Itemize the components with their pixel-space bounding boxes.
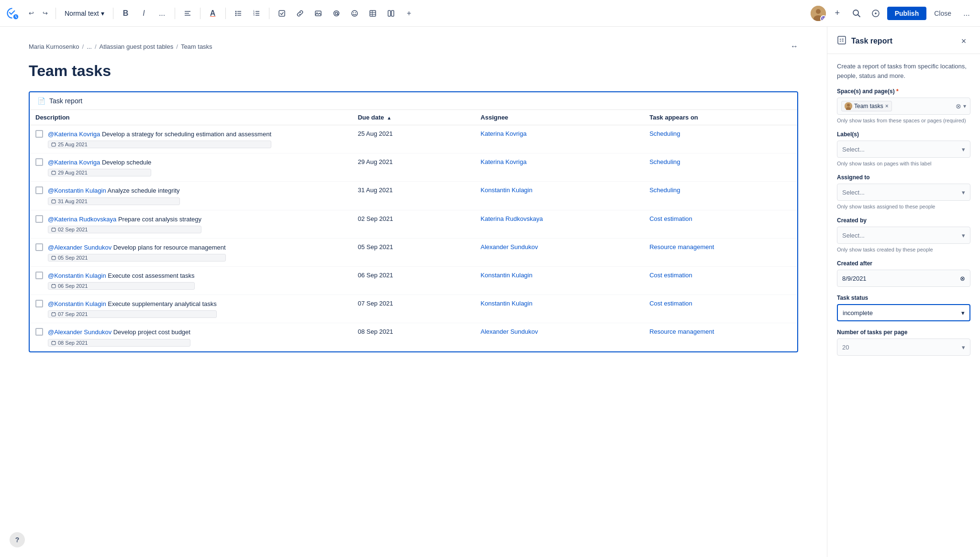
- appears-link[interactable]: Cost estimation: [649, 300, 692, 307]
- text-style-dropdown[interactable]: Normal text ▾: [61, 8, 108, 19]
- breadcrumb: Maria Kurnosenko / ... / Atlassian guest…: [29, 42, 798, 51]
- user-mention[interactable]: @Konstantin Kulagin: [48, 300, 106, 307]
- emoji-button[interactable]: [347, 6, 362, 21]
- breadcrumb-author[interactable]: Maria Kurnosenko: [29, 43, 79, 50]
- add-collaborator-button[interactable]: +: [830, 6, 845, 21]
- assignee-link[interactable]: Katerina Kovriga: [480, 130, 526, 137]
- svg-rect-38: [52, 143, 56, 146]
- close-editor-button[interactable]: Close: [930, 7, 955, 20]
- table-row: @Konstantin Kulagin Analyze schedule int…: [30, 182, 797, 210]
- assignee-link[interactable]: Konstantin Kulagin: [480, 272, 532, 279]
- task-checkbox[interactable]: [35, 158, 43, 166]
- task-description-cell: @Katerina Kovriga Develop a strategy for…: [30, 125, 352, 153]
- bullet-list-button[interactable]: [231, 6, 246, 21]
- user-mention[interactable]: @Alexander Sundukov: [48, 244, 111, 251]
- user-mention[interactable]: @Katerina Kovriga: [48, 131, 100, 138]
- col-header-duedate[interactable]: Due date ▲: [352, 110, 475, 125]
- tag-avatar: [845, 102, 852, 110]
- task-status-label: Task status: [837, 295, 970, 301]
- tag-clear-button[interactable]: ⊗: [956, 102, 961, 110]
- undo-button[interactable]: ↩: [26, 8, 37, 19]
- task-checkbox[interactable]: [35, 272, 43, 279]
- assignee-link[interactable]: Alexander Sundukov: [480, 328, 538, 335]
- expand-icon[interactable]: ↔: [791, 42, 798, 51]
- spaces-pages-input[interactable]: Team tasks × ⊗ ▾: [837, 98, 970, 115]
- redo-button[interactable]: ↪: [40, 8, 51, 19]
- desc-cell: @Alexander Sundukov Develop plans for re…: [35, 243, 346, 262]
- breadcrumb-parent[interactable]: Atlassian guest post tables: [100, 43, 174, 50]
- task-checkbox[interactable]: [35, 130, 43, 138]
- tag-chevron[interactable]: ▾: [963, 103, 966, 109]
- bold-button[interactable]: B: [118, 6, 134, 21]
- link-button[interactable]: [292, 6, 308, 21]
- appears-link[interactable]: Scheduling: [649, 130, 680, 137]
- user-mention[interactable]: @Alexander Sundukov: [48, 328, 111, 336]
- tasks-per-page-select[interactable]: 20 ▾: [837, 339, 970, 356]
- task-checkbox[interactable]: [35, 186, 43, 194]
- breadcrumb-current[interactable]: Team tasks: [181, 43, 212, 50]
- assignee-link[interactable]: Konstantin Kulagin: [480, 300, 532, 307]
- publish-button[interactable]: Publish: [887, 7, 927, 20]
- help-button[interactable]: ?: [10, 532, 25, 547]
- table-button[interactable]: [365, 6, 380, 21]
- layout-button[interactable]: [383, 6, 399, 21]
- toolbar: ↩ ↪ Normal text ▾ B I ... A 1.2.3.: [0, 0, 980, 27]
- created-by-select[interactable]: Select... ▾: [837, 227, 970, 244]
- task-status-select[interactable]: incomplete ▾: [837, 304, 970, 321]
- task-checkbox[interactable]: [35, 300, 43, 307]
- desc-content: @Alexander Sundukov Develop plans for re…: [48, 243, 226, 262]
- user-mention[interactable]: @Katerina Kovriga: [48, 159, 100, 166]
- text-style-label: Normal text: [65, 10, 99, 17]
- tag-remove-button[interactable]: ×: [885, 103, 889, 109]
- appears-link[interactable]: Resource management: [649, 243, 714, 251]
- task-checkbox[interactable]: [35, 243, 43, 251]
- task-list-button[interactable]: [274, 6, 290, 21]
- spaces-pages-label: Space(s) and page(s): [837, 88, 970, 95]
- search-button[interactable]: [849, 6, 864, 21]
- assigned-to-select[interactable]: Select... ▾: [837, 184, 970, 201]
- appears-link[interactable]: Scheduling: [649, 158, 680, 165]
- more-formatting-button[interactable]: ...: [155, 6, 170, 21]
- assignee-link[interactable]: Konstantin Kulagin: [480, 186, 532, 194]
- created-after-input[interactable]: 8/9/2021 ⊗: [837, 270, 970, 287]
- appears-link[interactable]: Resource management: [649, 328, 714, 335]
- task-report-title: Task report: [49, 97, 82, 105]
- labels-select[interactable]: Select... ▾: [837, 141, 970, 158]
- appears-link[interactable]: Cost estimation: [649, 272, 692, 279]
- insert-more-button[interactable]: +: [401, 6, 417, 21]
- date-clear-button[interactable]: ⊗: [960, 275, 965, 282]
- breadcrumb-sep-3: /: [176, 43, 178, 50]
- appears-link[interactable]: Cost estimation: [649, 215, 692, 222]
- avatar[interactable]: M: [811, 6, 826, 21]
- align-button[interactable]: [180, 6, 195, 21]
- task-checkbox[interactable]: [35, 328, 43, 336]
- desc-text: @Konstantin Kulagin Analyze schedule int…: [48, 186, 180, 195]
- text-color-button[interactable]: A: [205, 6, 221, 21]
- ordered-list-button[interactable]: 1.2.3.: [249, 6, 264, 21]
- image-button[interactable]: [311, 6, 326, 21]
- created-after-field: Created after 8/9/2021 ⊗: [837, 260, 970, 287]
- assignee-link[interactable]: Katerina Kovriga: [480, 158, 526, 165]
- italic-button[interactable]: I: [136, 6, 152, 21]
- task-due-date-cell: 25 Aug 2021: [352, 125, 475, 153]
- created-by-chevron: ▾: [962, 232, 965, 239]
- panel-close-button[interactable]: ×: [957, 34, 970, 48]
- task-checkbox[interactable]: [35, 215, 43, 223]
- more-options-button[interactable]: ...: [959, 6, 974, 21]
- user-mention[interactable]: @Katerina Rudkovskaya: [48, 216, 116, 223]
- content-area: Maria Kurnosenko / ... / Atlassian guest…: [0, 27, 827, 557]
- user-mention[interactable]: @Konstantin Kulagin: [48, 187, 106, 194]
- appears-link[interactable]: Scheduling: [649, 186, 680, 194]
- app-logo[interactable]: [6, 7, 19, 20]
- mention-button[interactable]: [329, 6, 344, 21]
- svg-rect-5: [237, 11, 241, 12]
- svg-rect-62: [838, 36, 846, 44]
- desc-text: @Konstantin Kulagin Execute supplementar…: [48, 300, 217, 308]
- assignee-link[interactable]: Alexander Sundukov: [480, 243, 538, 251]
- breadcrumb-ellipsis[interactable]: ...: [87, 43, 92, 50]
- svg-rect-56: [52, 313, 56, 316]
- tasks-per-page-label: Number of tasks per page: [837, 329, 970, 336]
- assignee-link[interactable]: Katerina Rudkovskaya: [480, 215, 543, 222]
- notification-button[interactable]: [868, 6, 883, 21]
- user-mention[interactable]: @Konstantin Kulagin: [48, 272, 106, 279]
